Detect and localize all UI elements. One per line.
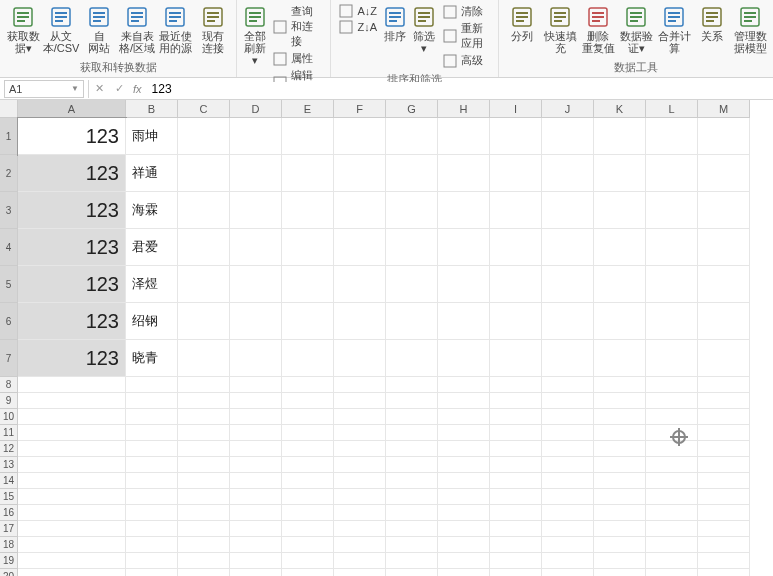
cell-F20[interactable]: [334, 569, 386, 576]
cell-I18[interactable]: [490, 537, 542, 553]
row-header-19[interactable]: 19: [0, 553, 18, 569]
cell-C3[interactable]: [178, 192, 230, 229]
cell-K13[interactable]: [594, 457, 646, 473]
get-data-btn-4[interactable]: 最近使用的源: [156, 2, 194, 54]
confirm-icon[interactable]: ✓: [109, 82, 129, 95]
cell-I19[interactable]: [490, 553, 542, 569]
data-tool-btn-0[interactable]: 分列: [503, 2, 541, 42]
cell-G7[interactable]: [386, 340, 438, 377]
cell-B3[interactable]: 海霖: [126, 192, 178, 229]
cell-H20[interactable]: [438, 569, 490, 576]
col-header-L[interactable]: L: [646, 100, 698, 118]
cell-D10[interactable]: [230, 409, 282, 425]
cell-L6[interactable]: [646, 303, 698, 340]
cell-G10[interactable]: [386, 409, 438, 425]
col-header-J[interactable]: J: [542, 100, 594, 118]
row-header-7[interactable]: 7: [0, 340, 18, 377]
cell-L9[interactable]: [646, 393, 698, 409]
cell-I16[interactable]: [490, 505, 542, 521]
cell-B4[interactable]: 君爱: [126, 229, 178, 266]
cell-M19[interactable]: [698, 553, 750, 569]
cell-E17[interactable]: [282, 521, 334, 537]
cell-H18[interactable]: [438, 537, 490, 553]
cell-I2[interactable]: [490, 155, 542, 192]
cell-C17[interactable]: [178, 521, 230, 537]
worksheet-grid[interactable]: ABCDEFGHIJKLM 12345678910111213141516171…: [0, 100, 773, 576]
data-tool-btn-1[interactable]: 快速填充: [541, 2, 579, 54]
cell-K14[interactable]: [594, 473, 646, 489]
cell-K4[interactable]: [594, 229, 646, 266]
cell-A19[interactable]: [18, 553, 126, 569]
cell-M20[interactable]: [698, 569, 750, 576]
cell-K12[interactable]: [594, 441, 646, 457]
formula-input[interactable]: [146, 82, 773, 96]
cell-B14[interactable]: [126, 473, 178, 489]
get-data-btn-5[interactable]: 现有连接: [194, 2, 232, 54]
cell-C9[interactable]: [178, 393, 230, 409]
cell-H10[interactable]: [438, 409, 490, 425]
col-header-D[interactable]: D: [230, 100, 282, 118]
row-header-15[interactable]: 15: [0, 489, 18, 505]
cell-L5[interactable]: [646, 266, 698, 303]
cell-B11[interactable]: [126, 425, 178, 441]
cell-C13[interactable]: [178, 457, 230, 473]
cell-J9[interactable]: [542, 393, 594, 409]
col-header-K[interactable]: K: [594, 100, 646, 118]
data-tool-btn-3[interactable]: 数据验证▾: [617, 2, 655, 54]
cell-C4[interactable]: [178, 229, 230, 266]
cell-M2[interactable]: [698, 155, 750, 192]
col-header-G[interactable]: G: [386, 100, 438, 118]
filter-small-1[interactable]: 重新应用: [443, 21, 490, 51]
cell-E1[interactable]: [282, 118, 334, 155]
cell-B9[interactable]: [126, 393, 178, 409]
cell-G1[interactable]: [386, 118, 438, 155]
cell-M16[interactable]: [698, 505, 750, 521]
cell-D17[interactable]: [230, 521, 282, 537]
cell-A4[interactable]: 123: [18, 229, 126, 266]
cell-F8[interactable]: [334, 377, 386, 393]
cell-B1[interactable]: 雨坤: [126, 118, 178, 155]
cell-B19[interactable]: [126, 553, 178, 569]
row-header-13[interactable]: 13: [0, 457, 18, 473]
cell-F15[interactable]: [334, 489, 386, 505]
cell-L16[interactable]: [646, 505, 698, 521]
cell-C5[interactable]: [178, 266, 230, 303]
cell-K19[interactable]: [594, 553, 646, 569]
row-header-3[interactable]: 3: [0, 192, 18, 229]
cell-M17[interactable]: [698, 521, 750, 537]
cell-B10[interactable]: [126, 409, 178, 425]
cell-H2[interactable]: [438, 155, 490, 192]
cell-E6[interactable]: [282, 303, 334, 340]
cell-D13[interactable]: [230, 457, 282, 473]
cell-A7[interactable]: 123: [18, 340, 126, 377]
cell-F10[interactable]: [334, 409, 386, 425]
cell-A17[interactable]: [18, 521, 126, 537]
cell-F4[interactable]: [334, 229, 386, 266]
cell-I7[interactable]: [490, 340, 542, 377]
row-header-1[interactable]: 1: [0, 118, 18, 155]
queries-small-0[interactable]: 查询和连接: [273, 4, 322, 49]
cell-F2[interactable]: [334, 155, 386, 192]
cell-C20[interactable]: [178, 569, 230, 576]
cell-B13[interactable]: [126, 457, 178, 473]
cell-K20[interactable]: [594, 569, 646, 576]
cell-J4[interactable]: [542, 229, 594, 266]
data-tool-btn-6[interactable]: 管理数据模型: [731, 2, 769, 54]
cell-F5[interactable]: [334, 266, 386, 303]
cell-K7[interactable]: [594, 340, 646, 377]
cell-F12[interactable]: [334, 441, 386, 457]
cell-B2[interactable]: 祥通: [126, 155, 178, 192]
cell-B7[interactable]: 晓青: [126, 340, 178, 377]
cell-F13[interactable]: [334, 457, 386, 473]
cell-K3[interactable]: [594, 192, 646, 229]
cell-A3[interactable]: 123: [18, 192, 126, 229]
cell-M5[interactable]: [698, 266, 750, 303]
cell-E4[interactable]: [282, 229, 334, 266]
queries-small-1[interactable]: 属性: [273, 51, 322, 66]
cell-I6[interactable]: [490, 303, 542, 340]
data-tool-btn-4[interactable]: 合并计算: [655, 2, 693, 54]
cell-I9[interactable]: [490, 393, 542, 409]
col-header-E[interactable]: E: [282, 100, 334, 118]
cell-D7[interactable]: [230, 340, 282, 377]
cell-K9[interactable]: [594, 393, 646, 409]
